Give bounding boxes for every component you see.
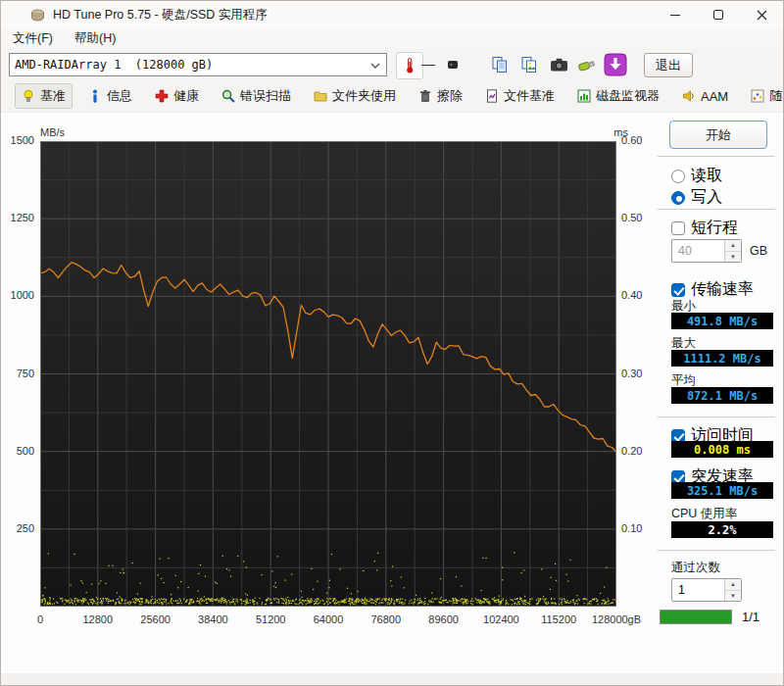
- tab-label: AAM: [701, 89, 728, 104]
- lightbulb-icon: [22, 89, 35, 103]
- tab-label: 文件夹使用: [332, 87, 396, 105]
- capture-download-icon[interactable]: [603, 52, 628, 77]
- exit-button[interactable]: 退出: [644, 53, 693, 77]
- tab-label: 磁盘监视器: [596, 87, 660, 105]
- file-chart-icon: [485, 89, 499, 103]
- tab-label: 基准: [40, 87, 66, 105]
- temperature-value: —: [420, 56, 436, 72]
- toolbar: AMD-RAIDArray 1 (128000 gB) — 退出: [1, 48, 783, 81]
- short-stroke-checkbox[interactable]: [671, 221, 685, 235]
- drive-selector[interactable]: AMD-RAIDArray 1 (128000 gB): [9, 53, 387, 76]
- transfer-rate-row[interactable]: 传输速率: [671, 279, 754, 300]
- usb-save-icon[interactable]: [574, 52, 600, 77]
- left-axis-tick: 500: [3, 445, 34, 457]
- left-axis-unit: MB/s: [40, 126, 65, 138]
- right-axis-tick: 0.60: [621, 134, 657, 146]
- tab-random-access[interactable]: 随机访问: [744, 83, 784, 109]
- tab-error-scan[interactable]: 错误扫描: [215, 83, 298, 109]
- menu-bar: 文件(F) 帮助(H): [1, 28, 783, 48]
- tab-folder-usage[interactable]: 文件夹使用: [307, 83, 403, 109]
- random-dots-icon: [751, 89, 764, 103]
- right-axis-tick: 0.40: [621, 289, 657, 301]
- tab-health[interactable]: 健康: [148, 83, 206, 109]
- left-axis-tick: 1000: [3, 289, 34, 301]
- trash-icon: [418, 89, 432, 103]
- screenshot-camera-icon[interactable]: [546, 52, 571, 77]
- min-value: 491.8 MB/s: [671, 313, 773, 329]
- tab-benchmark[interactable]: 基准: [15, 83, 73, 109]
- pass-count-stepper[interactable]: 1 ▲▼: [671, 578, 742, 602]
- tab-label: 随机访问: [769, 87, 784, 105]
- tab-label: 文件基准: [504, 87, 555, 105]
- copy-text-icon[interactable]: [487, 52, 513, 77]
- divider: [658, 156, 775, 157]
- benchmark-chart: [40, 141, 616, 607]
- close-icon[interactable]: [740, 1, 783, 28]
- short-stroke-label: 短行程: [691, 218, 738, 238]
- right-axis-tick: 0.50: [621, 212, 657, 223]
- drive-selector-value: AMD-RAIDArray 1 (128000 gB): [10, 58, 213, 72]
- stepper-up-icon[interactable]: ▲: [725, 240, 741, 252]
- magnifier-icon: [221, 89, 235, 103]
- read-radio-row[interactable]: 读取: [671, 166, 722, 186]
- stepper-down-icon[interactable]: ▼: [725, 252, 741, 263]
- start-button[interactable]: 开始: [669, 121, 767, 149]
- chevron-down-icon: [370, 58, 380, 72]
- progress-fill: [661, 611, 731, 623]
- health-cross-icon: [155, 89, 169, 103]
- stepper-up-icon[interactable]: ▲: [725, 579, 741, 591]
- right-axis-tick: 0.30: [621, 368, 657, 379]
- progress-label: 1/1: [742, 610, 760, 624]
- write-label: 写入: [691, 187, 722, 208]
- stepper-arrows[interactable]: ▲▼: [724, 579, 741, 601]
- left-axis-tick: 1250: [3, 212, 34, 223]
- short-stroke-row[interactable]: 短行程: [671, 218, 738, 238]
- tab-disk-monitor[interactable]: 磁盘监视器: [570, 83, 666, 109]
- tab-erase[interactable]: 擦除: [412, 83, 469, 109]
- tab-label: 信息: [107, 87, 132, 105]
- short-stroke-size-value: 40: [672, 240, 724, 262]
- progress-bar: [660, 610, 732, 624]
- menu-file[interactable]: 文件(F): [13, 30, 53, 47]
- avg-value: 872.1 MB/s: [671, 387, 773, 404]
- stepper-arrows[interactable]: ▲▼: [724, 240, 741, 262]
- transfer-rate-checkbox[interactable]: [671, 283, 685, 297]
- divider: [658, 209, 775, 210]
- left-axis-tick: 250: [3, 522, 34, 534]
- chart-svg: [40, 141, 616, 607]
- burst-rate-value: 325.1 MB/s: [671, 482, 773, 499]
- folder-icon: [314, 89, 327, 103]
- window-controls: [654, 1, 783, 28]
- tab-file-benchmark[interactable]: 文件基准: [478, 83, 562, 109]
- copy-image-icon[interactable]: [516, 52, 542, 77]
- menu-help[interactable]: 帮助(H): [74, 30, 116, 47]
- read-radio[interactable]: [671, 170, 685, 183]
- minimize-icon[interactable]: [654, 1, 697, 28]
- window-title: HD Tune Pro 5.75 - 硬盘/SSD 实用程序: [53, 7, 268, 24]
- short-stroke-size-stepper[interactable]: 40 ▲▼: [671, 239, 742, 263]
- title-bar: HD Tune Pro 5.75 - 硬盘/SSD 实用程序: [1, 1, 783, 28]
- tab-bar: 基准信息健康错误扫描文件夹使用擦除文件基准磁盘监视器AAM随机访问额外测试: [1, 81, 783, 111]
- tab-info[interactable]: 信息: [81, 83, 139, 109]
- max-value: 1111.2 MB/s: [671, 350, 773, 367]
- write-radio-row[interactable]: 写入: [671, 187, 722, 208]
- hd-tune-window: { "window": { "title": "HD Tune Pro 5.75…: [0, 0, 784, 686]
- read-label: 读取: [691, 166, 722, 186]
- pass-count-label: 通过次数: [671, 560, 720, 576]
- transfer-rate-label: 传输速率: [691, 279, 754, 300]
- stepper-down-icon[interactable]: ▼: [725, 591, 741, 602]
- main-content: MB/s ms 1500125010007505002500.600.500.4…: [1, 113, 783, 673]
- left-axis-tick: 750: [3, 368, 34, 379]
- left-axis-tick: 1500: [3, 134, 34, 146]
- write-radio[interactable]: [671, 191, 685, 205]
- maximize-icon[interactable]: [697, 1, 740, 28]
- right-axis-tick: 0.10: [621, 522, 657, 534]
- info-icon: [88, 89, 102, 103]
- temperature-icon[interactable]: [396, 52, 423, 79]
- cpu-usage-value: 2.2%: [671, 521, 773, 538]
- tab-aam[interactable]: AAM: [675, 85, 735, 108]
- bottom-axis-tick: 128000gB: [582, 613, 651, 625]
- divider: [658, 550, 775, 551]
- bar-monitor-icon: [577, 89, 591, 103]
- temperature-unit-icon: [440, 52, 466, 77]
